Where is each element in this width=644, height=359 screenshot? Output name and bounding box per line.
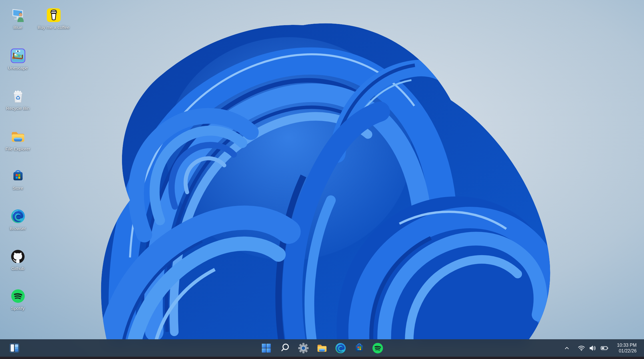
desktop-icon-unescape[interactable]: Unescape — [0, 44, 36, 71]
blue-pc-icon — [10, 7, 26, 23]
desktop-icon-label: Spotify — [11, 306, 25, 311]
desktop-icon-label: Store — [13, 186, 23, 191]
desktop-icon-label: Buy me a coffee — [38, 25, 70, 30]
edge-browser-icon — [10, 208, 26, 225]
desktop-icon-label: Blue — [13, 25, 22, 30]
recycle-bin-icon — [10, 88, 26, 104]
spotify-button[interactable] — [370, 341, 386, 355]
unescape-room-icon — [10, 47, 26, 64]
gear-icon — [298, 342, 309, 354]
desktop-icon-file-explorer[interactable]: File Explorer — [0, 125, 36, 152]
search-icon — [279, 342, 291, 354]
battery-icon — [601, 345, 609, 351]
file-explorer-button[interactable] — [314, 341, 330, 355]
desktop-surface[interactable]: Blue Buy me a coffee Unescape Recycle Bi… — [0, 0, 644, 359]
search-button[interactable] — [277, 341, 293, 355]
desktop-icon-spotify[interactable]: Spotify — [0, 284, 36, 311]
clock-date: 01/22/26 — [617, 348, 637, 354]
widgets-icon — [9, 343, 19, 353]
settings-button[interactable] — [295, 341, 311, 355]
desktop-icon-recycle-bin[interactable]: Recycle Bin — [0, 84, 36, 111]
edge-button[interactable] — [333, 341, 349, 355]
coffee-cup-icon — [45, 7, 62, 23]
folder-icon — [316, 342, 328, 354]
chevron-up-icon — [563, 345, 570, 352]
wallpaper-bloom — [0, 0, 644, 359]
desktop-icon-browser[interactable]: Browser — [0, 205, 36, 231]
spotify-icon — [10, 288, 26, 304]
taskbar-clock[interactable]: 10:33 PM 01/22/26 — [615, 341, 638, 355]
microsoft-store-icon — [353, 342, 365, 354]
taskbar: 10:33 PM 01/22/26 — [0, 339, 644, 357]
desktop-icon-buy-me-a-coffee[interactable]: Buy me a coffee — [36, 3, 71, 30]
windows-start-icon — [261, 343, 272, 354]
desktop-icon-label: Browser — [10, 226, 26, 231]
desktop-icon-blue[interactable]: Blue — [0, 3, 36, 30]
start-button[interactable] — [258, 341, 274, 355]
quick-settings-button[interactable] — [576, 343, 610, 353]
taskbar-pinned-apps — [258, 341, 386, 355]
folder-icon — [10, 128, 26, 145]
desktop-icon-label: Github — [11, 266, 25, 271]
desktop-icon-github[interactable]: Github — [0, 245, 36, 271]
clock-time: 10:33 PM — [617, 342, 637, 348]
spotify-icon — [372, 342, 384, 354]
desktop-icon-label: File Explorer — [5, 146, 30, 152]
system-tray: 10:33 PM 01/22/26 — [562, 339, 638, 357]
github-icon — [10, 248, 26, 265]
screen-bottom-strip — [0, 357, 644, 359]
edge-browser-icon — [335, 342, 347, 354]
widgets-button[interactable] — [6, 341, 22, 355]
desktop-icon-label: Recycle Bin — [6, 106, 30, 111]
desktop-icon-store[interactable]: Store — [0, 164, 36, 191]
wifi-icon — [578, 345, 585, 351]
microsoft-store-icon — [10, 168, 26, 184]
store-button[interactable] — [351, 341, 367, 355]
hidden-icons-chevron[interactable] — [562, 342, 571, 354]
desktop-icon-label: Unescape — [8, 66, 28, 71]
volume-icon — [589, 345, 597, 351]
